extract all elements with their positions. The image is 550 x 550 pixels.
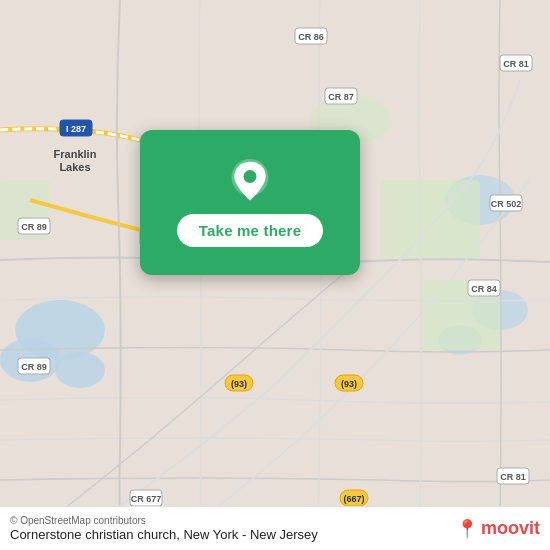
svg-point-3 bbox=[55, 352, 105, 388]
svg-text:CR 86: CR 86 bbox=[298, 32, 324, 42]
svg-text:CR 89: CR 89 bbox=[21, 222, 47, 232]
moovit-logo: 📍 moovit bbox=[456, 518, 540, 540]
navigation-card: Take me there bbox=[140, 130, 360, 275]
svg-text:CR 89: CR 89 bbox=[21, 362, 47, 372]
moovit-label: moovit bbox=[481, 518, 540, 539]
location-pin-icon bbox=[226, 158, 274, 206]
svg-text:CR 84: CR 84 bbox=[471, 284, 497, 294]
moovit-pin-icon: 📍 bbox=[456, 518, 478, 540]
take-me-there-button[interactable]: Take me there bbox=[177, 214, 323, 247]
osm-attribution: © OpenStreetMap contributors bbox=[10, 515, 318, 526]
svg-text:Lakes: Lakes bbox=[59, 161, 90, 173]
svg-point-42 bbox=[244, 170, 257, 183]
location-title: Cornerstone christian church, New York -… bbox=[10, 527, 318, 542]
svg-text:CR 502: CR 502 bbox=[491, 199, 522, 209]
svg-text:Franklin: Franklin bbox=[54, 148, 97, 160]
svg-text:CR 81: CR 81 bbox=[503, 59, 529, 69]
map-background: CR 86 CR 87 CR 81 CR 81 CR 502 CR 84 CR … bbox=[0, 0, 550, 550]
svg-text:CR 87: CR 87 bbox=[328, 92, 354, 102]
svg-text:CR 677: CR 677 bbox=[131, 494, 162, 504]
map-container: CR 86 CR 87 CR 81 CR 81 CR 502 CR 84 CR … bbox=[0, 0, 550, 550]
svg-text:(667): (667) bbox=[343, 494, 364, 504]
svg-rect-7 bbox=[380, 180, 480, 260]
bottom-bar: © OpenStreetMap contributors Cornerstone… bbox=[0, 506, 550, 550]
svg-text:CR 81: CR 81 bbox=[500, 472, 526, 482]
svg-text:I 287: I 287 bbox=[66, 124, 86, 134]
bottom-left-info: © OpenStreetMap contributors Cornerstone… bbox=[10, 515, 318, 542]
svg-text:(93): (93) bbox=[341, 379, 357, 389]
svg-rect-0 bbox=[0, 0, 550, 550]
svg-text:(93): (93) bbox=[231, 379, 247, 389]
